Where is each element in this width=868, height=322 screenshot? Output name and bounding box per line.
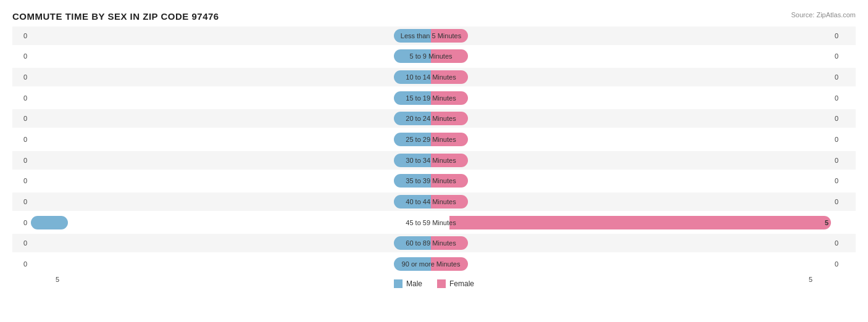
bar-row: 090 or more Minutes0 [12,255,856,273]
bar-section: 35 to 39 Minutes [31,171,831,190]
left-value: 0 [12,32,31,39]
male-bar [394,70,431,84]
left-value: 0 [12,198,31,205]
legend-male-box [394,279,403,288]
bar-row: 015 to 19 Minutes0 [12,89,856,107]
left-value: 0 [12,260,31,268]
bar-row: 0Less than 5 Minutes0 [12,27,856,45]
female-bar [431,257,468,271]
legend-male-label: Male [406,279,422,288]
left-value: 0 [12,52,31,60]
bar-section: 60 to 89 Minutes [31,234,831,252]
male-bar [394,174,431,188]
bar-row: 010 to 14 Minutes0 [12,68,856,86]
female-bar [431,29,468,43]
legend-female: Female [437,279,474,288]
source-label: Source: ZipAtlas.com [791,11,856,19]
female-bar [431,174,468,188]
bar-section: 90 or more Minutes [31,255,831,273]
legend-female-label: Female [449,279,474,288]
bar-row: 035 to 39 Minutes0 [12,171,856,190]
male-bar [394,154,431,167]
right-value: 0 [831,52,856,60]
left-value: 0 [12,157,31,164]
left-value: 0 [12,94,31,102]
female-bar [431,49,468,63]
female-bar [431,236,468,250]
bar-section: 30 to 34 Minutes [31,151,831,170]
bar-section: 45 to 59 Minutes5 [31,213,831,232]
male-bar [394,29,431,43]
right-value: 0 [831,32,856,39]
male-bar [394,236,431,250]
bars-wrapper: 15 to 19 Minutes [31,91,831,105]
right-value: 0 [831,115,856,122]
bars-wrapper: 20 to 24 Minutes [31,112,831,125]
bars-wrapper: 25 to 29 Minutes [31,133,831,146]
left-value: 0 [12,136,31,143]
male-bar [394,257,431,271]
bars-wrapper: 40 to 44 Minutes [31,195,831,208]
left-value: 0 [12,115,31,122]
right-value: 0 [831,73,856,81]
left-value: 0 [12,219,31,226]
bar-section: 25 to 29 Minutes [31,130,831,149]
female-bar [431,112,468,125]
bar-section: 40 to 44 Minutes [31,192,831,211]
female-bar [431,133,468,146]
right-value: 0 [831,94,856,102]
bar-row: 060 to 89 Minutes0 [12,234,856,252]
chart-title: COMMUTE TIME BY SEX IN ZIP CODE 97476 [12,11,856,22]
male-bar [394,195,431,208]
male-bar [394,133,431,146]
left-value: 0 [12,73,31,81]
right-value: 0 [831,198,856,205]
male-bar [394,112,431,125]
bar-section: 10 to 14 Minutes [31,68,831,86]
female-bar [431,195,468,208]
bars-wrapper: Less than 5 Minutes [31,29,831,43]
female-bar: 5 [449,216,831,229]
female-bar [431,70,468,84]
bars-wrapper: 90 or more Minutes [31,257,831,271]
bar-row: 025 to 29 Minutes0 [12,130,856,149]
female-bar [431,91,468,105]
chart-container: COMMUTE TIME BY SEX IN ZIP CODE 97476 So… [0,0,868,322]
bar-row: 05 to 9 Minutes0 [12,47,856,65]
bar-section: 15 to 19 Minutes [31,89,831,107]
chart-area: 0Less than 5 Minutes005 to 9 Minutes0010… [12,25,856,275]
bar-label: 45 to 59 Minutes [406,219,456,226]
bars-wrapper: 30 to 34 Minutes [31,154,831,167]
right-value: 0 [831,239,856,247]
axis-labels: 5 Male Female 5 [12,276,856,288]
bars-wrapper: 10 to 14 Minutes [31,70,831,84]
male-bar [31,216,68,229]
left-value: 0 [12,177,31,184]
bars-wrapper: 5 to 9 Minutes [31,49,831,63]
bars-wrapper: 35 to 39 Minutes [31,174,831,188]
bar-section: 20 to 24 Minutes [31,109,831,128]
right-value: 0 [831,177,856,184]
male-bar [394,91,431,105]
female-bar [431,154,468,167]
legend: Male Female [394,279,474,288]
bar-row: 020 to 24 Minutes0 [12,109,856,128]
bar-section: Less than 5 Minutes [31,27,831,45]
bar-row: 040 to 44 Minutes0 [12,192,856,211]
bars-wrapper: 60 to 89 Minutes [31,236,831,250]
bar-row: 045 to 59 Minutes5 [12,213,856,232]
legend-male: Male [394,279,422,288]
right-value: 0 [831,260,856,268]
left-value: 0 [12,239,31,247]
axis-right: 5 [809,276,812,288]
right-value: 0 [831,136,856,143]
axis-left: 5 [56,276,59,288]
right-value: 0 [831,157,856,164]
male-bar [394,49,431,63]
bar-section: 5 to 9 Minutes [31,47,831,65]
bar-row: 030 to 34 Minutes0 [12,151,856,170]
legend-female-box [437,279,446,288]
